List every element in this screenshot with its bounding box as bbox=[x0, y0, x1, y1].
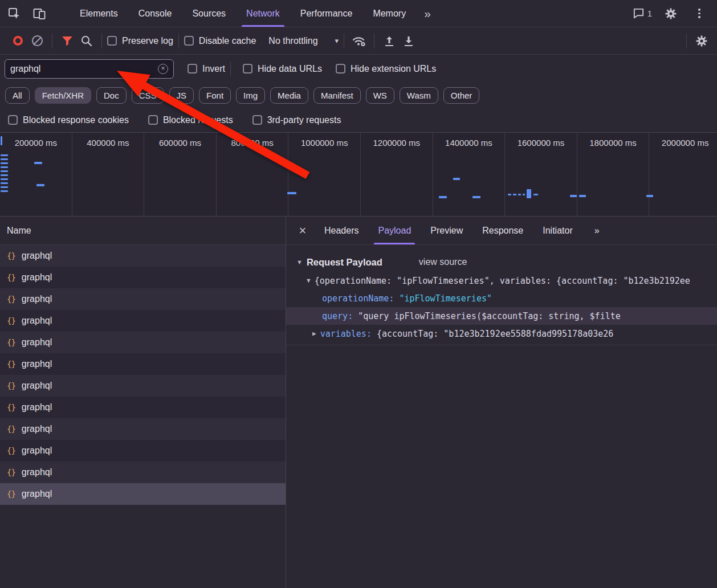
more-detail-tabs-button[interactable]: » bbox=[585, 217, 609, 244]
close-details-button[interactable]: × bbox=[291, 223, 315, 238]
chip-all[interactable]: All bbox=[5, 87, 30, 104]
chip-other[interactable]: Other bbox=[443, 87, 480, 104]
chip-img[interactable]: Img bbox=[236, 87, 265, 104]
payload-key: operationName: bbox=[322, 293, 394, 304]
request-name: graphql bbox=[22, 359, 52, 369]
throttling-dropdown[interactable]: No throttling ▾ bbox=[268, 36, 339, 46]
upload-arrow-icon bbox=[383, 35, 396, 47]
blocked-requests-checkbox[interactable] bbox=[148, 115, 158, 125]
throttling-value: No throttling bbox=[268, 36, 317, 46]
search-network-button[interactable] bbox=[77, 31, 96, 51]
third-party-checkbox[interactable] bbox=[252, 115, 262, 125]
tab-network[interactable]: Network bbox=[236, 0, 290, 27]
tab-memory[interactable]: Memory bbox=[362, 0, 416, 27]
request-row[interactable]: {}graphql bbox=[0, 288, 286, 310]
more-panels-button[interactable]: » bbox=[418, 0, 437, 27]
request-payload-section[interactable]: ▼ Request Payload view source bbox=[286, 252, 717, 272]
request-row[interactable]: {}graphql bbox=[0, 267, 286, 288]
chip-js[interactable]: JS bbox=[169, 87, 194, 104]
import-har-button[interactable] bbox=[380, 31, 399, 51]
network-conditions-button[interactable] bbox=[349, 31, 369, 51]
waterfall-mark bbox=[472, 196, 480, 198]
hide-extension-urls-checkbox-item[interactable]: Hide extension URLs bbox=[336, 64, 436, 74]
request-row[interactable]: {}graphql bbox=[0, 397, 286, 418]
hide-data-urls-label: Hide data URLs bbox=[258, 64, 322, 74]
filter-toggle-button[interactable] bbox=[58, 31, 77, 51]
preserve-log-checkbox-item[interactable]: Preserve log bbox=[107, 36, 173, 46]
request-table: Name {}graphql {}graphql {}graphql {}gra… bbox=[0, 217, 286, 588]
payload-variables-row[interactable]: ▶ variables: {accountTag: "b12e3b2192ee5… bbox=[286, 325, 717, 342]
xhr-braces-icon: {} bbox=[7, 424, 15, 434]
hide-data-urls-checkbox-item[interactable]: Hide data URLs bbox=[243, 64, 322, 74]
network-overview-timeline[interactable]: 200000 ms 400000 ms 600000 ms 800000 ms … bbox=[0, 132, 717, 217]
toolbar-divider bbox=[101, 34, 102, 48]
xhr-braces-icon: {} bbox=[7, 338, 15, 347]
view-source-link[interactable]: view source bbox=[419, 257, 467, 267]
request-row[interactable]: {}graphql bbox=[0, 418, 286, 440]
filter-input-box[interactable]: × bbox=[5, 59, 174, 79]
xhr-braces-icon: {} bbox=[7, 381, 15, 390]
chip-wasm[interactable]: Wasm bbox=[400, 87, 438, 104]
waterfall-mark bbox=[518, 194, 521, 195]
toolbar-divider bbox=[686, 34, 687, 48]
chip-manifest[interactable]: Manifest bbox=[313, 87, 361, 104]
tab-preview[interactable]: Preview bbox=[421, 217, 472, 244]
request-row[interactable]: {}graphql bbox=[0, 440, 286, 462]
invert-checkbox[interactable] bbox=[188, 64, 197, 74]
console-messages-button[interactable]: 1 bbox=[633, 7, 652, 19]
record-network-log-button[interactable] bbox=[8, 31, 27, 51]
overflow-menu-button[interactable] bbox=[690, 4, 709, 23]
network-filter-input[interactable] bbox=[10, 64, 158, 74]
clear-network-log-button[interactable] bbox=[27, 31, 47, 51]
request-row[interactable]: {}graphql bbox=[0, 353, 286, 375]
panel-tabs: Elements Console Sources Network Perform… bbox=[70, 0, 437, 27]
tab-sources[interactable]: Sources bbox=[182, 0, 236, 27]
network-filter-bar: × Invert Hide data URLs Hide extension U… bbox=[0, 55, 717, 83]
tab-elements[interactable]: Elements bbox=[70, 0, 128, 27]
chip-fetch-xhr[interactable]: Fetch/XHR bbox=[35, 87, 91, 104]
blocked-cookies-checkbox[interactable] bbox=[8, 115, 18, 125]
request-row[interactable]: {}graphql bbox=[0, 310, 286, 332]
tab-console[interactable]: Console bbox=[128, 0, 182, 27]
disable-cache-checkbox-item[interactable]: Disable cache bbox=[184, 36, 256, 46]
column-header-name[interactable]: Name bbox=[0, 217, 286, 245]
chip-doc[interactable]: Doc bbox=[96, 87, 127, 104]
hide-extension-urls-checkbox[interactable] bbox=[336, 64, 345, 74]
chip-font[interactable]: Font bbox=[199, 87, 231, 104]
tab-payload[interactable]: Payload bbox=[368, 217, 421, 244]
chip-ws[interactable]: WS bbox=[366, 87, 394, 104]
request-row[interactable]: {}graphql bbox=[0, 462, 286, 483]
expanded-triangle-icon: ▼ bbox=[307, 277, 311, 284]
payload-operation-row[interactable]: operationName: "ipFlowTimeseries" bbox=[286, 289, 717, 307]
hide-data-urls-checkbox[interactable] bbox=[243, 64, 252, 74]
clear-filter-icon[interactable]: × bbox=[158, 64, 168, 74]
preserve-log-checkbox[interactable] bbox=[107, 36, 117, 46]
invert-checkbox-item[interactable]: Invert bbox=[188, 64, 225, 74]
request-row[interactable]: {}graphql bbox=[0, 245, 286, 267]
request-row[interactable]: {}graphql bbox=[0, 332, 286, 353]
tab-initiator[interactable]: Initiator bbox=[533, 217, 582, 244]
tab-response[interactable]: Response bbox=[472, 217, 533, 244]
waterfall-mark bbox=[570, 195, 577, 197]
request-row-selected[interactable]: {}graphql bbox=[0, 483, 286, 505]
xhr-braces-icon: {} bbox=[7, 360, 15, 369]
request-row[interactable]: {}graphql bbox=[0, 375, 286, 397]
tab-performance[interactable]: Performance bbox=[290, 0, 363, 27]
chip-media[interactable]: Media bbox=[270, 87, 308, 104]
tab-headers[interactable]: Headers bbox=[315, 217, 368, 244]
chip-css[interactable]: CSS bbox=[132, 87, 164, 104]
inspect-element-button[interactable] bbox=[5, 4, 24, 23]
blocked-requests-checkbox-item[interactable]: Blocked requests bbox=[148, 115, 233, 125]
payload-root-node[interactable]: ▼ {operationName: "ipFlowTimeseries", va… bbox=[286, 272, 717, 289]
disable-cache-checkbox[interactable] bbox=[184, 36, 194, 46]
blocked-cookies-checkbox-item[interactable]: Blocked response cookies bbox=[8, 115, 129, 125]
payload-query-row[interactable]: query: "query ipFlowTimeseries($accountT… bbox=[286, 307, 717, 325]
download-arrow-icon bbox=[402, 35, 415, 47]
third-party-checkbox-item[interactable]: 3rd-party requests bbox=[252, 115, 341, 125]
network-settings-button[interactable] bbox=[692, 31, 711, 51]
xhr-braces-icon: {} bbox=[7, 403, 15, 412]
settings-button[interactable] bbox=[661, 4, 681, 23]
device-toolbar-button[interactable] bbox=[30, 4, 49, 23]
waterfall-mark bbox=[508, 194, 511, 195]
export-har-button[interactable] bbox=[399, 31, 418, 51]
